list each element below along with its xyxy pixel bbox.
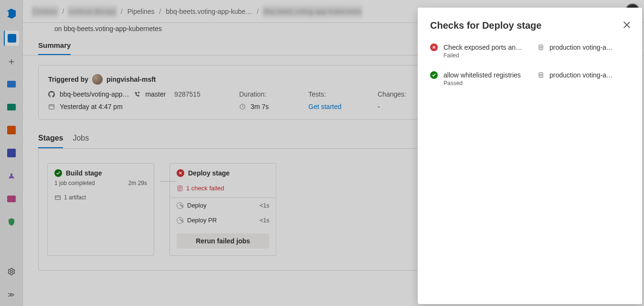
check-name: allow whitelisted registries [443,71,521,79]
failed-icon [430,44,438,51]
kubernetes-icon [537,44,545,51]
check-row-passed[interactable]: allow whitelisted registries Passed prod… [430,71,630,87]
panel-title: Checks for Deploy stage [430,20,630,31]
svg-point-6 [540,46,542,48]
kubernetes-icon [537,71,545,79]
checks-panel: Checks for Deploy stage Check exposed po… [418,8,642,304]
check-status: Passed [443,80,521,87]
check-name: Check exposed ports and … [443,44,525,51]
success-icon [430,71,438,79]
svg-point-8 [540,74,542,76]
check-resource: production voting-a… [549,71,613,79]
check-resource: production voting-a… [549,44,613,51]
close-icon[interactable] [622,20,632,30]
check-status: Failed [443,52,525,59]
check-row-failed[interactable]: Check exposed ports and … Failed product… [430,44,630,59]
svg-rect-5 [539,45,543,50]
svg-rect-7 [539,73,543,77]
